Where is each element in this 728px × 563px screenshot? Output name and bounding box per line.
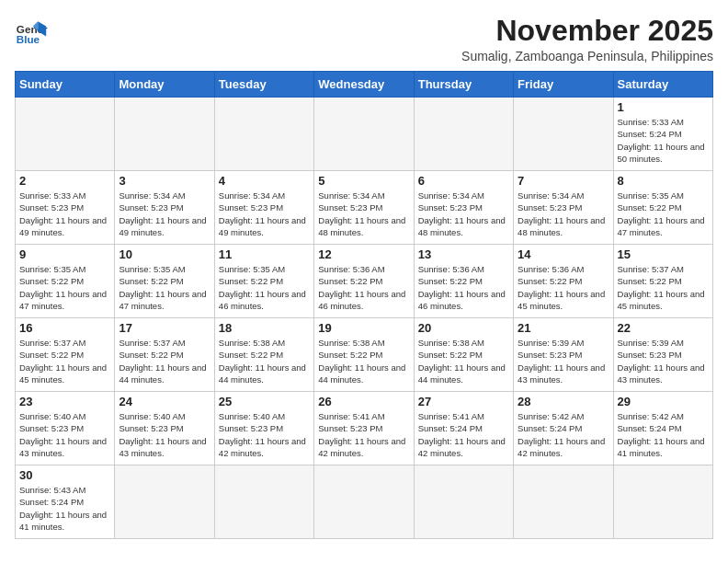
calendar-cell: 18Sunrise: 5:38 AM Sunset: 5:22 PM Dayli… (214, 318, 313, 392)
day-number: 22 (618, 321, 709, 335)
day-info: Sunrise: 5:37 AM Sunset: 5:22 PM Dayligh… (19, 337, 110, 385)
calendar-cell: 2Sunrise: 5:33 AM Sunset: 5:23 PM Daylig… (16, 171, 115, 245)
day-info: Sunrise: 5:42 AM Sunset: 5:24 PM Dayligh… (618, 410, 709, 459)
day-info: Sunrise: 5:42 AM Sunset: 5:24 PM Dayligh… (518, 410, 609, 459)
day-info: Sunrise: 5:36 AM Sunset: 5:22 PM Dayligh… (318, 263, 409, 312)
day-number: 17 (119, 321, 210, 335)
week-row-3: 9Sunrise: 5:35 AM Sunset: 5:22 PM Daylig… (16, 245, 713, 318)
calendar-cell (414, 465, 513, 539)
day-info: Sunrise: 5:34 AM Sunset: 5:23 PM Dayligh… (318, 190, 409, 238)
col-header-sunday: Sunday (16, 72, 115, 98)
day-number: 18 (219, 321, 310, 335)
week-row-4: 16Sunrise: 5:37 AM Sunset: 5:22 PM Dayli… (16, 318, 713, 392)
day-info: Sunrise: 5:41 AM Sunset: 5:23 PM Dayligh… (318, 410, 409, 459)
day-number: 29 (618, 395, 709, 408)
day-info: Sunrise: 5:36 AM Sunset: 5:22 PM Dayligh… (518, 263, 609, 312)
col-header-thursday: Thursday (414, 72, 513, 98)
month-title: November 2025 (461, 15, 713, 47)
week-row-6: 30Sunrise: 5:43 AM Sunset: 5:24 PM Dayli… (16, 465, 713, 539)
page-header: General Blue November 2025 Sumalig, Zamb… (15, 15, 713, 63)
day-number: 23 (19, 395, 110, 408)
calendar-cell (314, 465, 414, 539)
day-number: 21 (518, 321, 609, 335)
calendar-cell: 25Sunrise: 5:40 AM Sunset: 5:23 PM Dayli… (214, 392, 313, 465)
day-number: 30 (19, 468, 110, 482)
day-number: 4 (219, 174, 310, 188)
calendar-cell: 1Sunrise: 5:33 AM Sunset: 5:24 PM Daylig… (613, 98, 712, 171)
calendar-cell: 7Sunrise: 5:34 AM Sunset: 5:23 PM Daylig… (514, 171, 613, 245)
day-number: 2 (19, 174, 110, 188)
col-header-saturday: Saturday (613, 72, 712, 98)
logo: General Blue (15, 15, 48, 48)
week-row-5: 23Sunrise: 5:40 AM Sunset: 5:23 PM Dayli… (16, 392, 713, 465)
calendar-cell: 23Sunrise: 5:40 AM Sunset: 5:23 PM Dayli… (16, 392, 115, 465)
week-row-1: 1Sunrise: 5:33 AM Sunset: 5:24 PM Daylig… (16, 98, 713, 171)
day-info: Sunrise: 5:43 AM Sunset: 5:24 PM Dayligh… (19, 484, 110, 533)
calendar-cell (613, 465, 712, 539)
calendar-table: SundayMondayTuesdayWednesdayThursdayFrid… (15, 71, 713, 539)
calendar-cell: 10Sunrise: 5:35 AM Sunset: 5:22 PM Dayli… (115, 245, 214, 318)
day-info: Sunrise: 5:38 AM Sunset: 5:22 PM Dayligh… (418, 337, 509, 385)
calendar-cell: 26Sunrise: 5:41 AM Sunset: 5:23 PM Dayli… (314, 392, 414, 465)
day-info: Sunrise: 5:40 AM Sunset: 5:23 PM Dayligh… (219, 410, 310, 459)
day-info: Sunrise: 5:38 AM Sunset: 5:22 PM Dayligh… (318, 337, 409, 385)
calendar-cell (214, 465, 313, 539)
day-number: 20 (418, 321, 509, 335)
day-number: 12 (318, 247, 409, 261)
col-header-tuesday: Tuesday (214, 72, 313, 98)
calendar-cell: 20Sunrise: 5:38 AM Sunset: 5:22 PM Dayli… (414, 318, 513, 392)
day-number: 8 (618, 174, 709, 188)
calendar-cell: 14Sunrise: 5:36 AM Sunset: 5:22 PM Dayli… (514, 245, 613, 318)
day-info: Sunrise: 5:35 AM Sunset: 5:22 PM Dayligh… (19, 263, 110, 312)
day-number: 24 (119, 395, 210, 408)
day-number: 28 (518, 395, 609, 408)
day-number: 7 (518, 174, 609, 188)
day-number: 26 (318, 395, 409, 408)
logo-icon: General Blue (15, 15, 48, 48)
day-info: Sunrise: 5:35 AM Sunset: 5:22 PM Dayligh… (119, 263, 210, 312)
day-info: Sunrise: 5:40 AM Sunset: 5:23 PM Dayligh… (19, 410, 110, 459)
calendar-cell (115, 98, 214, 171)
calendar-cell: 21Sunrise: 5:39 AM Sunset: 5:23 PM Dayli… (514, 318, 613, 392)
day-number: 16 (19, 321, 110, 335)
calendar-cell: 15Sunrise: 5:37 AM Sunset: 5:22 PM Dayli… (613, 245, 712, 318)
calendar-header-row: SundayMondayTuesdayWednesdayThursdayFrid… (16, 72, 713, 98)
calendar-cell: 4Sunrise: 5:34 AM Sunset: 5:23 PM Daylig… (214, 171, 313, 245)
day-info: Sunrise: 5:37 AM Sunset: 5:22 PM Dayligh… (119, 337, 210, 385)
col-header-friday: Friday (514, 72, 613, 98)
calendar-cell: 17Sunrise: 5:37 AM Sunset: 5:22 PM Dayli… (115, 318, 214, 392)
day-info: Sunrise: 5:39 AM Sunset: 5:23 PM Dayligh… (518, 337, 609, 385)
calendar-cell: 27Sunrise: 5:41 AM Sunset: 5:24 PM Dayli… (414, 392, 513, 465)
day-number: 13 (418, 247, 509, 261)
day-info: Sunrise: 5:34 AM Sunset: 5:23 PM Dayligh… (518, 190, 609, 238)
calendar-cell (115, 465, 214, 539)
day-number: 25 (219, 395, 310, 408)
day-info: Sunrise: 5:36 AM Sunset: 5:22 PM Dayligh… (418, 263, 509, 312)
day-info: Sunrise: 5:38 AM Sunset: 5:22 PM Dayligh… (219, 337, 310, 385)
day-info: Sunrise: 5:34 AM Sunset: 5:23 PM Dayligh… (418, 190, 509, 238)
day-info: Sunrise: 5:35 AM Sunset: 5:22 PM Dayligh… (219, 263, 310, 312)
calendar-cell: 9Sunrise: 5:35 AM Sunset: 5:22 PM Daylig… (16, 245, 115, 318)
day-number: 9 (19, 247, 110, 261)
calendar-cell: 11Sunrise: 5:35 AM Sunset: 5:22 PM Dayli… (214, 245, 313, 318)
calendar-cell: 16Sunrise: 5:37 AM Sunset: 5:22 PM Dayli… (16, 318, 115, 392)
day-info: Sunrise: 5:33 AM Sunset: 5:24 PM Dayligh… (618, 116, 709, 165)
calendar-cell (514, 98, 613, 171)
title-block: November 2025 Sumalig, Zamboanga Peninsu… (461, 15, 713, 63)
calendar-cell: 12Sunrise: 5:36 AM Sunset: 5:22 PM Dayli… (314, 245, 414, 318)
day-info: Sunrise: 5:40 AM Sunset: 5:23 PM Dayligh… (119, 410, 210, 459)
day-number: 15 (618, 247, 709, 261)
day-number: 6 (418, 174, 509, 188)
calendar-cell (214, 98, 313, 171)
location-subtitle: Sumalig, Zamboanga Peninsula, Philippine… (461, 49, 713, 63)
week-row-2: 2Sunrise: 5:33 AM Sunset: 5:23 PM Daylig… (16, 171, 713, 245)
calendar-cell: 8Sunrise: 5:35 AM Sunset: 5:22 PM Daylig… (613, 171, 712, 245)
calendar-cell: 29Sunrise: 5:42 AM Sunset: 5:24 PM Dayli… (613, 392, 712, 465)
calendar-cell (16, 98, 115, 171)
calendar-cell: 5Sunrise: 5:34 AM Sunset: 5:23 PM Daylig… (314, 171, 414, 245)
svg-text:Blue: Blue (17, 33, 40, 45)
col-header-monday: Monday (115, 72, 214, 98)
day-info: Sunrise: 5:35 AM Sunset: 5:22 PM Dayligh… (618, 190, 709, 238)
day-info: Sunrise: 5:41 AM Sunset: 5:24 PM Dayligh… (418, 410, 509, 459)
calendar-cell: 24Sunrise: 5:40 AM Sunset: 5:23 PM Dayli… (115, 392, 214, 465)
